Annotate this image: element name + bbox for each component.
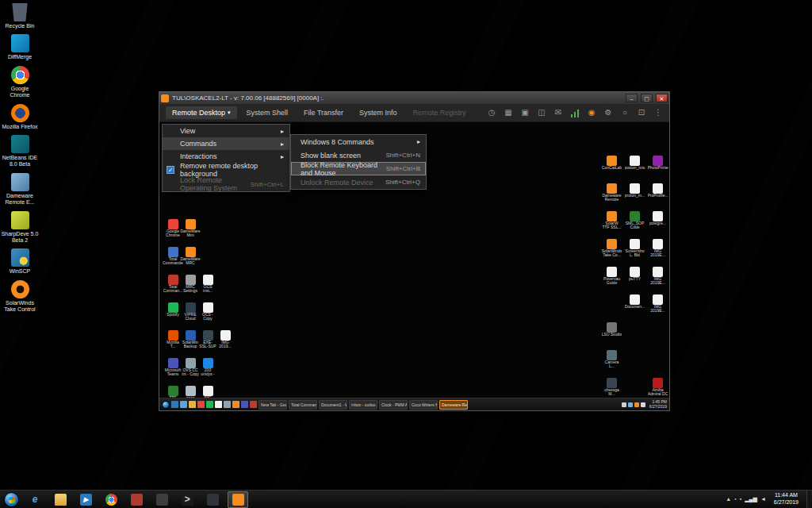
menu-item-view[interactable]: View <box>163 125 289 137</box>
remote-taskbar-icon[interactable] <box>232 401 239 408</box>
remote-task-button[interactable]: Clock - PMM A... <box>379 400 408 410</box>
screens-icon[interactable]: ▣ <box>520 108 530 117</box>
remote-desktop-icon[interactable] <box>600 293 623 321</box>
menu-item-windows8-commands[interactable]: Windows 8 Commands <box>291 135 426 148</box>
close-button[interactable]: ✕ <box>656 94 668 102</box>
remote-desktop-icon[interactable]: Documen... <box>623 293 646 321</box>
desktop-icon[interactable]: WinSCP <box>0 248 40 275</box>
remote-desktop-icon[interactable]: LSU Studio <box>600 321 623 348</box>
minimize-button[interactable]: – <box>626 94 638 102</box>
remote-desktop-icon[interactable]: SML_SOP Code Tem... <box>623 210 646 237</box>
remote-desktop-icon[interactable]: Total Commander <box>164 245 182 273</box>
record-icon[interactable]: ○ <box>620 108 630 117</box>
remote-task-button[interactable]: Total Comman... <box>289 400 317 410</box>
remote-desktop-icon[interactable]: OCS - Copy <box>199 301 216 329</box>
remote-desktop-icon[interactable]: Spotify <box>164 301 182 329</box>
network-icon[interactable]: ▂▄▆ <box>745 496 757 502</box>
menu-file-transfer[interactable]: File Transfer <box>297 106 350 119</box>
remote-desktop-icon[interactable]: postgre... <box>646 210 669 237</box>
menu-item-block-keyboard-mouse[interactable]: Block Remote Keyboard and Mouse Shift+Ct… <box>291 162 426 175</box>
remote-desktop-icon[interactable]: EXE-SSL-SUP 2017 <box>199 329 216 356</box>
remote-task-button[interactable]: Dameware Rem... <box>439 400 468 410</box>
remote-desktop-icon[interactable] <box>216 301 234 329</box>
signal-icon[interactable] <box>570 108 580 117</box>
desktop-icon[interactable]: Dameware Remote E... <box>0 173 40 206</box>
remote-desktop-icon[interactable]: Camera L... <box>600 348 623 376</box>
taskbar-app-button[interactable]: ▸ <box>75 491 96 508</box>
remote-desktop-icon[interactable]: IMG 2019... <box>216 329 234 356</box>
remote-desktop-icon[interactable]: Google Chrome <box>164 217 182 245</box>
remote-taskbar-icon[interactable] <box>197 401 205 408</box>
host-desktop[interactable]: { "desktop": { "icons": [ { "kind": "rec… <box>0 0 812 508</box>
remote-desktop-icon[interactable] <box>199 217 216 245</box>
menu-item-remove-background[interactable]: Remove remote desktop background <box>163 163 289 177</box>
remote-taskbar-icon[interactable] <box>241 401 248 408</box>
menu-system-shell[interactable]: System Shell <box>240 106 295 119</box>
menu-item-lock-remote-os[interactable]: Lock Remote Operating System Shift+Ctrl+… <box>163 177 289 191</box>
remote-desktop-icon[interactable]: MRC Settings <box>182 273 199 301</box>
remote-desktop-icon[interactable] <box>216 273 234 301</box>
remote-desktop-icon[interactable]: IMG 2019E... <box>646 293 669 321</box>
gear-icon[interactable]: ⚙ <box>603 108 613 117</box>
menu-remote-desktop[interactable]: Remote Desktop <box>166 106 237 119</box>
remote-clock[interactable]: 1:45 PM 6/27/2019 <box>648 400 667 410</box>
remote-task-button[interactable]: Document1 - W... <box>319 400 347 410</box>
taskbar-app-button[interactable] <box>126 491 147 508</box>
remote-desktop-icon[interactable] <box>216 356 234 384</box>
remote-taskbar-icon[interactable] <box>250 401 257 408</box>
remote-start-button[interactable] <box>162 401 170 409</box>
history-icon[interactable]: ◷ <box>487 108 496 117</box>
dameware-tray-icon[interactable]: ▪ <box>734 496 736 502</box>
remote-tray-icon[interactable] <box>622 402 626 407</box>
maximize-button[interactable]: ▢ <box>641 94 653 102</box>
menu-system-info[interactable]: System Info <box>353 106 404 119</box>
desktop-icon[interactable]: SolarWinds Take Control <box>0 280 40 314</box>
tray-clock[interactable]: 11:44 AM 6/27/2019 <box>770 492 802 506</box>
remote-task-button[interactable]: Inbox - outloo... <box>349 400 377 410</box>
remote-desktop-icon[interactable] <box>199 245 216 273</box>
remote-desktop-icon[interactable]: 200 unidys - Copy <box>199 356 216 384</box>
desktop-icon[interactable]: Mozilla Firefox <box>0 104 40 130</box>
remote-desktop-icon[interactable] <box>623 348 646 376</box>
hidden-icons-chevron-icon[interactable]: ▲ <box>726 496 731 502</box>
remote-desktop-icon[interactable]: DameWare Mini Remo... <box>182 217 199 245</box>
solarwinds-icon[interactable]: ◉ <box>587 108 596 117</box>
remote-desktop-icon[interactable]: Total Comman... <box>164 273 182 301</box>
desktop-icon[interactable]: Google Chrome <box>0 66 40 99</box>
remote-desktop-icon[interactable]: VIPRE Cloud Protect <box>182 301 199 329</box>
grid-icon[interactable]: ▦ <box>504 108 513 117</box>
remote-desktop-icon[interactable] <box>216 245 234 273</box>
remote-tray-icon[interactable] <box>634 402 639 407</box>
desktop-icon[interactable]: Recycle Bin <box>0 3 40 29</box>
remote-desktop-icon[interactable]: poston_mis... <box>623 154 646 182</box>
remote-tray-icon[interactable] <box>641 402 645 407</box>
remote-desktop-icon[interactable]: IMG 2019E... <box>646 237 669 265</box>
remote-taskbar-icon[interactable] <box>180 401 187 408</box>
remote-desktop-icon[interactable]: Screensho L. Bld <box>623 237 646 265</box>
remote-desktop-icon[interactable]: Dameware Remote C... <box>600 182 623 210</box>
remote-desktop-icon[interactable]: OVS CC Int - Copy <box>182 356 199 384</box>
remote-desktop-icon[interactable]: SolarWinds Take Co... <box>600 237 623 265</box>
remote-desktop-icon[interactable] <box>646 348 669 376</box>
remote-desktop-icon[interactable]: PhotoPrinter <box>646 154 669 182</box>
taskbar-app-button[interactable]: > <box>177 491 197 508</box>
taskbar-app-button[interactable] <box>101 491 121 508</box>
menu-item-interactions[interactable]: Interactions <box>163 150 289 163</box>
remote-taskbar-icon[interactable] <box>206 401 213 408</box>
taskbar-app-button[interactable] <box>151 491 172 508</box>
remote-tray-icon[interactable] <box>628 402 633 407</box>
window-titlebar[interactable]: TUL\OSKACEL2-LT - v: 7.00.06 [48882569] … <box>159 92 669 104</box>
remote-desktop-icon[interactable]: puTTY <box>623 265 646 293</box>
start-button[interactable] <box>4 492 19 507</box>
remote-task-button[interactable]: New Tab - Goog... <box>259 400 287 410</box>
chat-icon[interactable]: ✉ <box>553 108 563 117</box>
remote-desktop-icon[interactable]: Mozilla T... <box>164 329 182 356</box>
remote-taskbar-icon[interactable] <box>189 401 196 408</box>
remote-taskbar-icon[interactable] <box>215 401 222 408</box>
menu-item-show-blank-screen[interactable]: Show blank screen Shift+Ctrl+N <box>291 148 426 162</box>
remote-desktop-icon[interactable]: proton_m... <box>623 182 646 210</box>
remote-desktop-icon[interactable]: IMG 2019E... <box>646 265 669 293</box>
more-icon[interactable]: ⋮ <box>653 108 663 117</box>
remote-desktop-icon[interactable]: SolarW TTF SSL... <box>600 210 623 237</box>
remote-desktop-icon[interactable] <box>623 321 646 348</box>
